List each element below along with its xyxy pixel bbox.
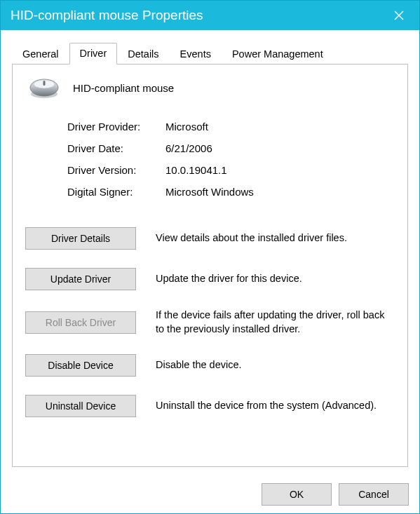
tab-body-driver: HID-compliant mouse Driver Provider: Mic…	[12, 65, 408, 467]
tab-events[interactable]: Events	[170, 43, 222, 65]
info-row-signer: Digital Signer: Microsoft Windows	[67, 186, 395, 198]
roll-back-driver-desc: If the device fails after updating the d…	[156, 309, 395, 336]
update-driver-button[interactable]: Update Driver	[25, 268, 136, 290]
info-row-date: Driver Date: 6/21/2006	[67, 142, 395, 154]
tab-general[interactable]: General	[12, 43, 69, 65]
driver-signer-label: Digital Signer:	[67, 186, 165, 198]
driver-version-value: 10.0.19041.1	[165, 164, 395, 176]
device-name: HID-compliant mouse	[73, 82, 174, 94]
content-area: General Driver Details Events Power Mana…	[1, 30, 419, 467]
driver-date-label: Driver Date:	[67, 142, 165, 154]
action-row-details: Driver Details View details about the in…	[25, 227, 395, 250]
svg-rect-5	[43, 81, 46, 86]
cancel-button[interactable]: Cancel	[339, 483, 409, 506]
driver-info-table: Driver Provider: Microsoft Driver Date: …	[67, 121, 395, 198]
driver-version-label: Driver Version:	[67, 164, 165, 176]
titlebar: HID-compliant mouse Properties	[1, 1, 419, 30]
uninstall-device-button[interactable]: Uninstall Device	[25, 395, 136, 417]
driver-signer-value: Microsoft Windows	[165, 186, 395, 198]
action-row-disable: Disable Device Disable the device.	[25, 354, 395, 377]
driver-details-desc: View details about the installed driver …	[156, 231, 395, 245]
disable-device-desc: Disable the device.	[156, 358, 395, 372]
update-driver-desc: Update the driver for this device.	[156, 272, 395, 286]
close-icon[interactable]	[388, 7, 409, 24]
tabstrip: General Driver Details Events Power Mana…	[12, 43, 408, 65]
driver-provider-label: Driver Provider:	[67, 121, 165, 133]
ok-button[interactable]: OK	[262, 483, 332, 506]
roll-back-driver-button: Roll Back Driver	[25, 311, 136, 334]
info-row-provider: Driver Provider: Microsoft	[67, 121, 395, 133]
action-row-update: Update Driver Update the driver for this…	[25, 268, 395, 290]
disable-device-button[interactable]: Disable Device	[25, 354, 136, 377]
mouse-icon	[28, 76, 60, 100]
uninstall-device-desc: Uninstall the device from the system (Ad…	[156, 399, 395, 413]
window-title: HID-compliant mouse Properties	[11, 8, 203, 23]
footer-buttons: OK Cancel	[262, 483, 409, 506]
info-row-version: Driver Version: 10.0.19041.1	[67, 164, 395, 176]
tab-details[interactable]: Details	[117, 43, 169, 65]
driver-provider-value: Microsoft	[165, 121, 395, 133]
action-row-rollback: Roll Back Driver If the device fails aft…	[25, 309, 395, 336]
tab-power-management[interactable]: Power Management	[222, 43, 334, 65]
device-header: HID-compliant mouse	[25, 76, 395, 100]
driver-details-button[interactable]: Driver Details	[25, 227, 136, 250]
driver-date-value: 6/21/2006	[165, 142, 395, 154]
action-row-uninstall: Uninstall Device Uninstall the device fr…	[25, 395, 395, 417]
tab-driver[interactable]: Driver	[69, 43, 118, 65]
